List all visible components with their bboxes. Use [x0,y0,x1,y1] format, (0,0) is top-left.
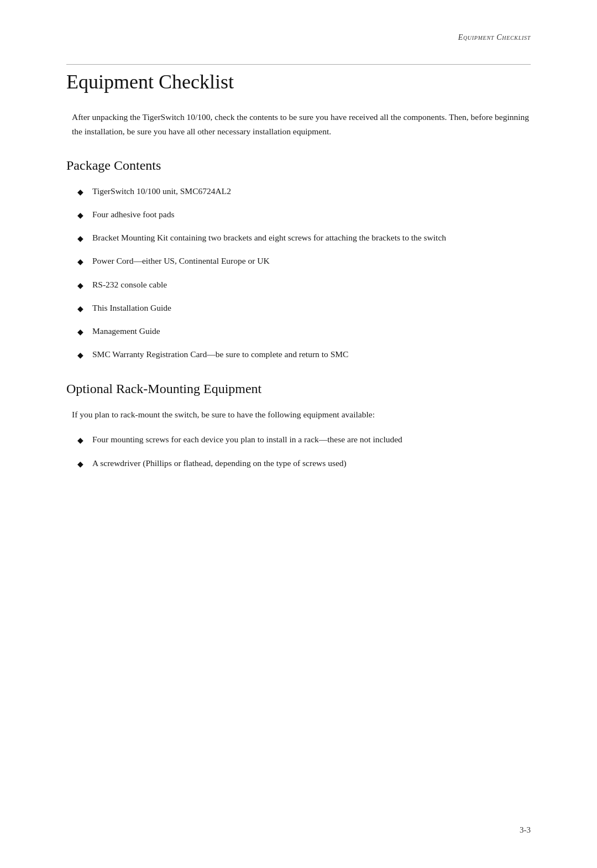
bullet-icon: ◆ [77,209,83,222]
bullet-icon: ◆ [77,326,83,338]
list-item-text: TigerSwitch 10/100 unit, SMC6724AL2 [92,184,531,198]
bullet-icon: ◆ [77,302,83,315]
list-item: ◆ A screwdriver (Phillips or flathead, d… [77,456,531,470]
bullet-icon: ◆ [77,434,83,447]
bullet-icon: ◆ [77,279,83,292]
list-item: ◆ RS-232 console cable [77,278,531,292]
list-item: ◆ Bracket Mounting Kit containing two br… [77,231,531,245]
bullet-icon: ◆ [77,186,83,198]
list-item-text: Power Cord—either US, Continental Europe… [92,254,531,268]
list-item: ◆ Four mounting screws for each device y… [77,432,531,447]
package-contents-list: ◆ TigerSwitch 10/100 unit, SMC6724AL2 ◆ … [77,184,531,362]
list-item: ◆ Management Guide [77,324,531,338]
list-item-text: Bracket Mounting Kit containing two brac… [92,231,531,245]
package-contents-heading: Package Contents [66,158,531,173]
list-item-text: Management Guide [92,324,531,338]
list-item-text: Four adhesive foot pads [92,207,531,222]
optional-rack-heading: Optional Rack-Mounting Equipment [66,381,531,396]
list-item: ◆ This Installation Guide [77,301,531,315]
list-item-text: RS-232 console cable [92,278,531,292]
bullet-icon: ◆ [77,458,83,470]
bullet-icon: ◆ [77,232,83,245]
bullet-icon: ◆ [77,349,83,362]
list-item: ◆ Power Cord—either US, Continental Euro… [77,254,531,268]
list-item: ◆ TigerSwitch 10/100 unit, SMC6724AL2 [77,184,531,198]
page-header: Equipment Checklist [66,33,531,42]
page-title: Equipment Checklist [66,70,531,93]
bullet-icon: ◆ [77,255,83,268]
list-item-text: This Installation Guide [92,301,531,315]
list-item-text: SMC Warranty Registration Card—be sure t… [92,347,531,362]
optional-rack-list: ◆ Four mounting screws for each device y… [77,432,531,470]
list-item: ◆ Four adhesive foot pads [77,207,531,222]
optional-rack-intro: If you plan to rack-mount the switch, be… [72,407,531,422]
page-number: 3-3 [520,825,531,835]
list-item-text: A screwdriver (Phillips or flathead, dep… [92,456,531,470]
intro-paragraph: After unpacking the TigerSwitch 10/100, … [72,110,531,138]
chapter-header-title: Equipment Checklist [458,33,531,41]
list-item-text: Four mounting screws for each device you… [92,432,531,447]
header-divider [66,64,531,65]
list-item: ◆ SMC Warranty Registration Card—be sure… [77,347,531,362]
